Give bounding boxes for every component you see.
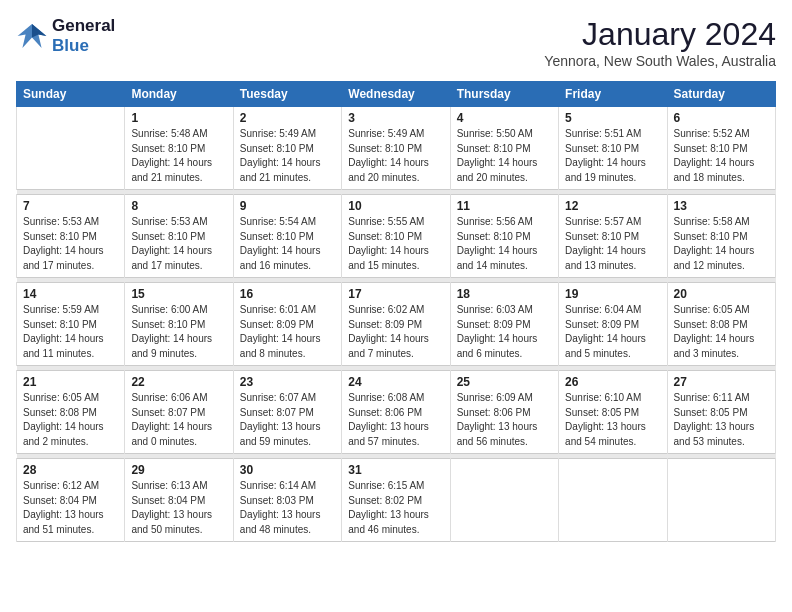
cell-info: Sunrise: 6:03 AMSunset: 8:09 PMDaylight:… [457,303,552,361]
calendar-cell: 19Sunrise: 6:04 AMSunset: 8:09 PMDayligh… [559,283,667,366]
calendar-table: SundayMondayTuesdayWednesdayThursdayFrid… [16,81,776,542]
calendar-cell: 12Sunrise: 5:57 AMSunset: 8:10 PMDayligh… [559,195,667,278]
cell-info: Sunrise: 6:06 AMSunset: 8:07 PMDaylight:… [131,391,226,449]
cell-info: Sunrise: 5:52 AMSunset: 8:10 PMDaylight:… [674,127,769,185]
cell-day-number: 10 [348,199,443,213]
calendar-cell: 22Sunrise: 6:06 AMSunset: 8:07 PMDayligh… [125,371,233,454]
day-header-friday: Friday [559,82,667,107]
calendar-cell: 18Sunrise: 6:03 AMSunset: 8:09 PMDayligh… [450,283,558,366]
cell-day-number: 26 [565,375,660,389]
cell-day-number: 16 [240,287,335,301]
cell-day-number: 13 [674,199,769,213]
day-header-wednesday: Wednesday [342,82,450,107]
calendar-cell: 8Sunrise: 5:53 AMSunset: 8:10 PMDaylight… [125,195,233,278]
cell-info: Sunrise: 5:59 AMSunset: 8:10 PMDaylight:… [23,303,118,361]
calendar-cell: 17Sunrise: 6:02 AMSunset: 8:09 PMDayligh… [342,283,450,366]
cell-day-number: 19 [565,287,660,301]
cell-day-number: 23 [240,375,335,389]
cell-info: Sunrise: 6:05 AMSunset: 8:08 PMDaylight:… [674,303,769,361]
calendar-cell: 5Sunrise: 5:51 AMSunset: 8:10 PMDaylight… [559,107,667,190]
cell-info: Sunrise: 6:08 AMSunset: 8:06 PMDaylight:… [348,391,443,449]
cell-info: Sunrise: 5:50 AMSunset: 8:10 PMDaylight:… [457,127,552,185]
cell-day-number: 29 [131,463,226,477]
calendar-cell: 16Sunrise: 6:01 AMSunset: 8:09 PMDayligh… [233,283,341,366]
calendar-cell: 11Sunrise: 5:56 AMSunset: 8:10 PMDayligh… [450,195,558,278]
cell-info: Sunrise: 6:09 AMSunset: 8:06 PMDaylight:… [457,391,552,449]
calendar-cell: 7Sunrise: 5:53 AMSunset: 8:10 PMDaylight… [17,195,125,278]
calendar-cell: 1Sunrise: 5:48 AMSunset: 8:10 PMDaylight… [125,107,233,190]
cell-day-number: 3 [348,111,443,125]
cell-day-number: 30 [240,463,335,477]
cell-day-number: 2 [240,111,335,125]
logo-text: General Blue [52,16,115,56]
cell-info: Sunrise: 6:13 AMSunset: 8:04 PMDaylight:… [131,479,226,537]
calendar-cell: 23Sunrise: 6:07 AMSunset: 8:07 PMDayligh… [233,371,341,454]
calendar-cell: 10Sunrise: 5:55 AMSunset: 8:10 PMDayligh… [342,195,450,278]
cell-day-number: 27 [674,375,769,389]
calendar-cell: 29Sunrise: 6:13 AMSunset: 8:04 PMDayligh… [125,459,233,542]
cell-day-number: 21 [23,375,118,389]
day-header-sunday: Sunday [17,82,125,107]
calendar-cell: 30Sunrise: 6:14 AMSunset: 8:03 PMDayligh… [233,459,341,542]
cell-info: Sunrise: 5:58 AMSunset: 8:10 PMDaylight:… [674,215,769,273]
cell-info: Sunrise: 6:04 AMSunset: 8:09 PMDaylight:… [565,303,660,361]
cell-day-number: 22 [131,375,226,389]
cell-info: Sunrise: 6:07 AMSunset: 8:07 PMDaylight:… [240,391,335,449]
calendar-cell: 2Sunrise: 5:49 AMSunset: 8:10 PMDaylight… [233,107,341,190]
cell-info: Sunrise: 6:11 AMSunset: 8:05 PMDaylight:… [674,391,769,449]
cell-info: Sunrise: 6:01 AMSunset: 8:09 PMDaylight:… [240,303,335,361]
cell-info: Sunrise: 6:00 AMSunset: 8:10 PMDaylight:… [131,303,226,361]
cell-info: Sunrise: 6:02 AMSunset: 8:09 PMDaylight:… [348,303,443,361]
calendar-cell [559,459,667,542]
calendar-cell: 6Sunrise: 5:52 AMSunset: 8:10 PMDaylight… [667,107,775,190]
cell-info: Sunrise: 5:49 AMSunset: 8:10 PMDaylight:… [348,127,443,185]
cell-info: Sunrise: 5:51 AMSunset: 8:10 PMDaylight:… [565,127,660,185]
cell-day-number: 1 [131,111,226,125]
cell-info: Sunrise: 5:53 AMSunset: 8:10 PMDaylight:… [23,215,118,273]
logo: General Blue [16,16,115,56]
cell-info: Sunrise: 6:12 AMSunset: 8:04 PMDaylight:… [23,479,118,537]
calendar-week-row: 28Sunrise: 6:12 AMSunset: 8:04 PMDayligh… [17,459,776,542]
cell-day-number: 11 [457,199,552,213]
month-title: January 2024 [544,16,776,53]
cell-day-number: 18 [457,287,552,301]
calendar-cell: 21Sunrise: 6:05 AMSunset: 8:08 PMDayligh… [17,371,125,454]
cell-info: Sunrise: 6:05 AMSunset: 8:08 PMDaylight:… [23,391,118,449]
calendar-cell: 28Sunrise: 6:12 AMSunset: 8:04 PMDayligh… [17,459,125,542]
cell-day-number: 9 [240,199,335,213]
cell-info: Sunrise: 5:53 AMSunset: 8:10 PMDaylight:… [131,215,226,273]
calendar-cell [17,107,125,190]
title-block: January 2024 Yennora, New South Wales, A… [544,16,776,69]
calendar-cell [667,459,775,542]
calendar-week-row: 1Sunrise: 5:48 AMSunset: 8:10 PMDaylight… [17,107,776,190]
cell-day-number: 4 [457,111,552,125]
calendar-cell: 14Sunrise: 5:59 AMSunset: 8:10 PMDayligh… [17,283,125,366]
calendar-cell: 13Sunrise: 5:58 AMSunset: 8:10 PMDayligh… [667,195,775,278]
calendar-cell: 27Sunrise: 6:11 AMSunset: 8:05 PMDayligh… [667,371,775,454]
calendar-cell: 20Sunrise: 6:05 AMSunset: 8:08 PMDayligh… [667,283,775,366]
calendar-body: 1Sunrise: 5:48 AMSunset: 8:10 PMDaylight… [17,107,776,542]
cell-info: Sunrise: 5:49 AMSunset: 8:10 PMDaylight:… [240,127,335,185]
day-header-monday: Monday [125,82,233,107]
svg-marker-1 [32,24,46,38]
day-header-thursday: Thursday [450,82,558,107]
cell-day-number: 6 [674,111,769,125]
cell-info: Sunrise: 5:57 AMSunset: 8:10 PMDaylight:… [565,215,660,273]
cell-day-number: 12 [565,199,660,213]
cell-info: Sunrise: 5:56 AMSunset: 8:10 PMDaylight:… [457,215,552,273]
cell-day-number: 7 [23,199,118,213]
day-header-tuesday: Tuesday [233,82,341,107]
cell-day-number: 28 [23,463,118,477]
page-header: General Blue January 2024 Yennora, New S… [16,16,776,69]
cell-day-number: 25 [457,375,552,389]
cell-info: Sunrise: 5:55 AMSunset: 8:10 PMDaylight:… [348,215,443,273]
calendar-cell: 9Sunrise: 5:54 AMSunset: 8:10 PMDaylight… [233,195,341,278]
cell-day-number: 20 [674,287,769,301]
cell-info: Sunrise: 5:54 AMSunset: 8:10 PMDaylight:… [240,215,335,273]
calendar-header-row: SundayMondayTuesdayWednesdayThursdayFrid… [17,82,776,107]
cell-info: Sunrise: 5:48 AMSunset: 8:10 PMDaylight:… [131,127,226,185]
cell-day-number: 14 [23,287,118,301]
calendar-week-row: 21Sunrise: 6:05 AMSunset: 8:08 PMDayligh… [17,371,776,454]
calendar-week-row: 7Sunrise: 5:53 AMSunset: 8:10 PMDaylight… [17,195,776,278]
cell-info: Sunrise: 6:15 AMSunset: 8:02 PMDaylight:… [348,479,443,537]
